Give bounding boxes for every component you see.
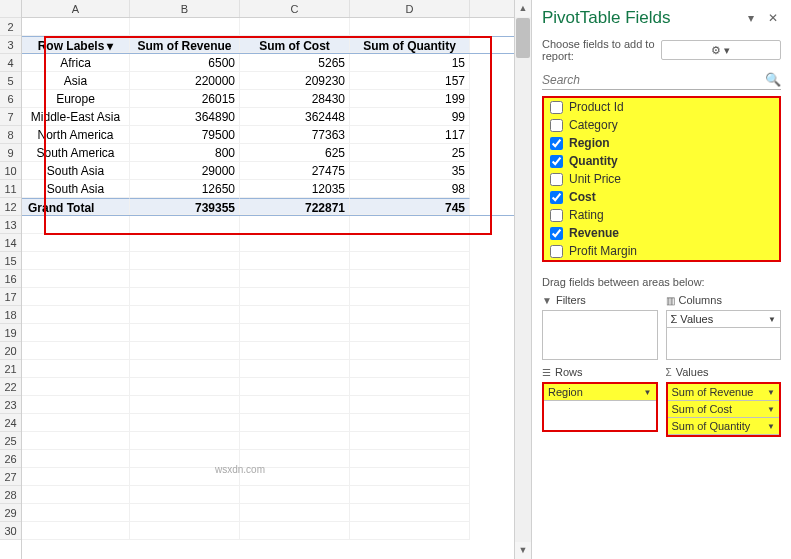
field-checkbox[interactable] bbox=[550, 209, 563, 222]
cell-revenue[interactable] bbox=[130, 216, 240, 234]
cell-label[interactable] bbox=[22, 522, 130, 540]
scroll-down-arrow[interactable]: ▼ bbox=[515, 542, 531, 559]
cell-revenue[interactable] bbox=[130, 396, 240, 414]
field-checkbox[interactable] bbox=[550, 173, 563, 186]
row-header-5[interactable]: 5 bbox=[0, 72, 21, 90]
vertical-scrollbar[interactable]: ▲ ▼ bbox=[514, 0, 531, 559]
cell-label[interactable]: South Asia bbox=[22, 162, 130, 180]
cell-label[interactable] bbox=[22, 504, 130, 522]
col-header-d[interactable]: D bbox=[350, 0, 470, 17]
cell-revenue[interactable] bbox=[130, 522, 240, 540]
cell-cost[interactable] bbox=[240, 450, 350, 468]
cell-cost[interactable]: 28430 bbox=[240, 90, 350, 108]
cell-cost[interactable] bbox=[240, 486, 350, 504]
field-item-unit-price[interactable]: Unit Price bbox=[544, 170, 779, 188]
cell-label[interactable] bbox=[22, 432, 130, 450]
row-header-13[interactable]: 13 bbox=[0, 216, 21, 234]
field-item-revenue[interactable]: Revenue bbox=[544, 224, 779, 242]
row-header-23[interactable]: 23 bbox=[0, 396, 21, 414]
row-header-30[interactable]: 30 bbox=[0, 522, 21, 540]
cell-revenue[interactable] bbox=[130, 432, 240, 450]
cell-cost[interactable] bbox=[240, 360, 350, 378]
cell-quantity[interactable] bbox=[350, 288, 470, 306]
row-header-3[interactable]: 3 bbox=[0, 36, 21, 54]
values-area[interactable]: ΣValues Sum of Revenue▼Sum of Cost▼Sum o… bbox=[666, 366, 782, 437]
cell-quantity[interactable] bbox=[350, 450, 470, 468]
cell-cost[interactable] bbox=[240, 18, 350, 36]
row-header-27[interactable]: 27 bbox=[0, 468, 21, 486]
row-header-10[interactable]: 10 bbox=[0, 162, 21, 180]
cell-quantity[interactable] bbox=[350, 522, 470, 540]
cell-revenue[interactable] bbox=[130, 342, 240, 360]
row-header-29[interactable]: 29 bbox=[0, 504, 21, 522]
chevron-down-icon[interactable]: ▼ bbox=[767, 405, 775, 414]
cell-quantity[interactable] bbox=[350, 360, 470, 378]
cell-label[interactable] bbox=[22, 486, 130, 504]
chevron-down-icon[interactable]: ▼ bbox=[768, 315, 776, 324]
cell-revenue[interactable] bbox=[130, 252, 240, 270]
chevron-down-icon[interactable]: ▼ bbox=[767, 388, 775, 397]
cell-revenue[interactable] bbox=[130, 306, 240, 324]
field-checkbox[interactable] bbox=[550, 155, 563, 168]
row-header-20[interactable]: 20 bbox=[0, 342, 21, 360]
field-checkbox[interactable] bbox=[550, 245, 563, 258]
rows-body[interactable]: Region▼ bbox=[542, 382, 658, 432]
cell-quantity[interactable]: 117 bbox=[350, 126, 470, 144]
chip-sum-of-cost[interactable]: Sum of Cost▼ bbox=[668, 401, 780, 418]
cell-revenue[interactable] bbox=[130, 18, 240, 36]
cell-revenue[interactable] bbox=[130, 360, 240, 378]
row-header-16[interactable]: 16 bbox=[0, 270, 21, 288]
chevron-down-icon[interactable]: ▼ bbox=[644, 388, 652, 397]
cell-quantity[interactable] bbox=[350, 216, 470, 234]
cell-label[interactable]: Africa bbox=[22, 54, 130, 72]
cell-quantity[interactable] bbox=[350, 252, 470, 270]
cell-quantity[interactable] bbox=[350, 504, 470, 522]
cell-quantity[interactable] bbox=[350, 378, 470, 396]
cell-revenue[interactable] bbox=[130, 414, 240, 432]
row-header-14[interactable]: 14 bbox=[0, 234, 21, 252]
cell-label[interactable] bbox=[22, 270, 130, 288]
cell-revenue[interactable]: 220000 bbox=[130, 72, 240, 90]
cell-cost[interactable] bbox=[240, 468, 350, 486]
cell-label[interactable]: Middle-East Asia bbox=[22, 108, 130, 126]
cell-cost[interactable]: Sum of Cost bbox=[240, 37, 350, 53]
row-labels-dropdown-icon[interactable]: ▾ bbox=[107, 37, 113, 55]
cell-label[interactable] bbox=[22, 288, 130, 306]
field-search[interactable]: 🔍 bbox=[542, 72, 781, 90]
row-header-6[interactable]: 6 bbox=[0, 90, 21, 108]
cell-quantity[interactable] bbox=[350, 324, 470, 342]
col-header-b[interactable]: B bbox=[130, 0, 240, 17]
cell-label[interactable] bbox=[22, 414, 130, 432]
cell-revenue[interactable] bbox=[130, 504, 240, 522]
cell-quantity[interactable] bbox=[350, 234, 470, 252]
row-header-15[interactable]: 15 bbox=[0, 252, 21, 270]
field-item-rating[interactable]: Rating bbox=[544, 206, 779, 224]
field-item-profit-margin[interactable]: Profit Margin bbox=[544, 242, 779, 260]
cell-quantity[interactable] bbox=[350, 468, 470, 486]
row-header-26[interactable]: 26 bbox=[0, 450, 21, 468]
row-header-24[interactable]: 24 bbox=[0, 414, 21, 432]
columns-body[interactable]: Σ Values▼ bbox=[666, 310, 782, 360]
cell-cost[interactable]: 362448 bbox=[240, 108, 350, 126]
cell-cost[interactable] bbox=[240, 342, 350, 360]
cell-cost[interactable] bbox=[240, 414, 350, 432]
field-checkbox[interactable] bbox=[550, 227, 563, 240]
cell-revenue[interactable]: 739355 bbox=[130, 198, 240, 215]
cell-revenue[interactable] bbox=[130, 486, 240, 504]
row-header-21[interactable]: 21 bbox=[0, 360, 21, 378]
cell-quantity[interactable]: 25 bbox=[350, 144, 470, 162]
col-header-c[interactable]: C bbox=[240, 0, 350, 17]
cell-label[interactable]: South America bbox=[22, 144, 130, 162]
gear-icon[interactable]: ⚙ ▾ bbox=[661, 40, 782, 60]
row-header-12[interactable]: 12 bbox=[0, 198, 21, 216]
cell-label[interactable] bbox=[22, 468, 130, 486]
cell-cost[interactable]: 625 bbox=[240, 144, 350, 162]
cell-quantity[interactable]: 99 bbox=[350, 108, 470, 126]
cell-revenue[interactable]: Sum of Revenue bbox=[130, 37, 240, 53]
row-header-9[interactable]: 9 bbox=[0, 144, 21, 162]
field-item-product-id[interactable]: Product Id bbox=[544, 98, 779, 116]
cell-revenue[interactable] bbox=[130, 234, 240, 252]
field-checkbox[interactable] bbox=[550, 101, 563, 114]
row-header-8[interactable]: 8 bbox=[0, 126, 21, 144]
chip-sum-of-revenue[interactable]: Sum of Revenue▼ bbox=[668, 384, 780, 401]
